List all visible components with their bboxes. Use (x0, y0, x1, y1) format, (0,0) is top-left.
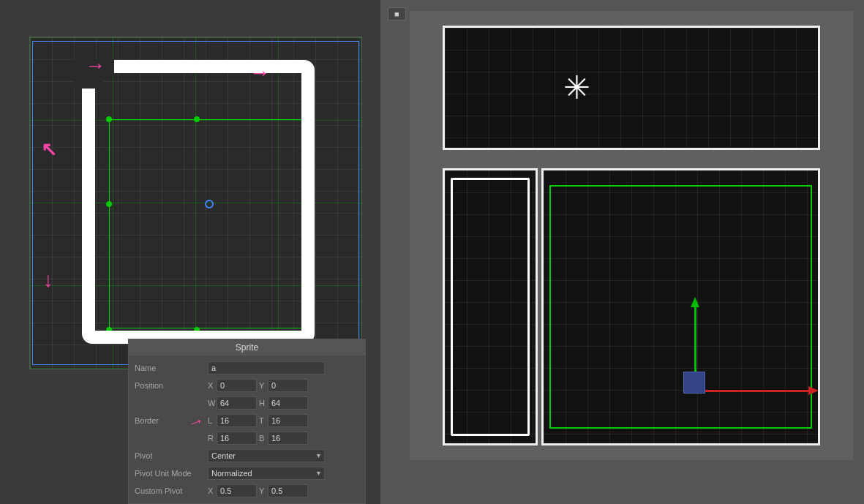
arrow-right-2: → (249, 63, 270, 83)
pivot-row: Pivot Center (129, 448, 365, 464)
scene-area[interactable]: ✳ (410, 11, 853, 460)
snowflake-icon: ✳ (563, 72, 590, 104)
scene-bottom (443, 168, 820, 445)
pivot-unit-select[interactable]: Normalized (208, 467, 325, 480)
scene-top-sprite: ✳ (443, 26, 820, 150)
sprite-canvas[interactable]: → → ↖ ↓ (29, 37, 362, 369)
x-axis (694, 390, 811, 392)
name-input[interactable] (208, 361, 325, 375)
panel-title: Sprite (129, 339, 365, 356)
sprite-editor-panel: → → ↖ ↓ Sprite Name Position X Y (0, 0, 380, 504)
position-x-input[interactable] (217, 379, 257, 392)
position-label: Position (135, 381, 208, 390)
tab-icon: ■ (394, 10, 399, 18)
arrow-down: ↓ (43, 270, 53, 290)
r-label: R (208, 434, 215, 443)
border-l-input[interactable] (217, 414, 257, 427)
custom-pivot-x-input[interactable] (217, 484, 257, 497)
pivot-unit-row: Pivot Unit Mode Normalized (129, 465, 365, 481)
w-label: W (208, 399, 215, 407)
x-axis-arrow (808, 386, 819, 395)
y-label: Y (259, 381, 266, 390)
pivot-select[interactable]: Center (208, 449, 325, 462)
sprite-shape-svg (74, 59, 323, 352)
custom-pivot-row: Custom Pivot X Y (129, 483, 365, 499)
border-b-input[interactable] (268, 432, 308, 445)
arrow-up-left: ↖ (41, 140, 57, 159)
position-y-input[interactable] (268, 379, 308, 392)
border-r-input[interactable] (217, 432, 257, 445)
name-label: Name (135, 364, 208, 372)
position-row: Position X Y (129, 377, 365, 394)
scene-tab[interactable]: ■ (388, 7, 406, 20)
border-t-input[interactable] (268, 414, 308, 427)
scene-right-large-panel (541, 168, 820, 445)
h-label: H (259, 399, 266, 407)
pivot-label: Pivot (135, 451, 208, 460)
border-rb-row: R B (129, 430, 365, 446)
blue-cube (683, 372, 705, 394)
white-frame-left (451, 178, 530, 436)
l-label: L (208, 416, 215, 425)
properties-panel: Sprite Name Position X Y (128, 339, 366, 504)
scene-panel: ■ ✳ (380, 0, 864, 504)
arrow-right-1: → (85, 56, 105, 76)
x-label: X (208, 381, 215, 390)
y-axis-arrow (691, 297, 699, 307)
custom-pivot-label: Custom Pivot (135, 486, 208, 495)
b-label: B (259, 434, 266, 443)
width-input[interactable] (217, 396, 257, 410)
name-row: Name (129, 360, 365, 376)
t-label: T (259, 416, 266, 425)
cx-label: X (208, 486, 215, 495)
height-input[interactable] (268, 396, 308, 410)
border-row: Border L T (129, 413, 365, 429)
scene-left-small-panel (443, 168, 538, 445)
svg-rect-0 (89, 67, 308, 337)
pivot-unit-label: Pivot Unit Mode (135, 469, 208, 478)
custom-pivot-y-input[interactable] (268, 484, 308, 497)
scene-selection-box (549, 185, 812, 429)
size-row: W H (129, 395, 365, 411)
cy-label: Y (259, 486, 266, 495)
